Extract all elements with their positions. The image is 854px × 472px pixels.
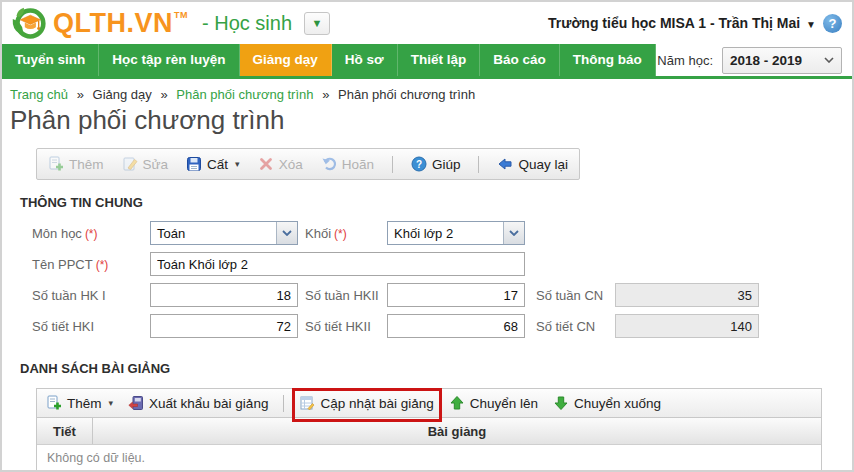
trademark-label: TM (174, 10, 188, 20)
tab-tuyen-sinh[interactable]: Tuyển sinh (2, 44, 99, 76)
chevron-down-icon (282, 230, 292, 236)
chevron-down-icon: ▼ (806, 19, 816, 30)
general-info-form: Môn học(*) Toán Khối(*) Khối lớp 2 Tên P… (2, 221, 852, 338)
delete-icon (258, 156, 274, 172)
lesson-table: Tiết Bài giảng Không có dữ liệu. (36, 418, 822, 471)
so-tuan-cn-input (615, 283, 759, 307)
save-icon (186, 156, 202, 172)
them-bai-giang-button[interactable]: Thêm ▾ (46, 395, 113, 411)
help-icon: ? (411, 156, 427, 172)
breadcrumb-trang-chu[interactable]: Trang chủ (10, 87, 68, 102)
school-year-select[interactable]: 2018 - 2019 (722, 47, 842, 74)
cap-nhat-bai-giang-button[interactable]: Cập nhật bài giảng (299, 395, 433, 411)
toolbar-separator (478, 156, 479, 173)
giup-button[interactable]: ? Giúp (411, 156, 461, 172)
undo-icon (321, 156, 337, 172)
add-icon (48, 156, 64, 172)
hoan-button[interactable]: Hoãn (321, 156, 374, 172)
tab-bao-cao[interactable]: Báo cáo (480, 44, 560, 76)
app-logo-text: QLTH.VNTM (53, 10, 188, 37)
required-mark: (*) (96, 258, 109, 272)
form-row: Tên PPCT(*) (32, 252, 852, 276)
breadcrumb-separator: » (77, 87, 84, 102)
chevron-down-icon: ▾ (235, 159, 240, 169)
breadcrumb-giang-day: Giảng dạy (93, 87, 152, 102)
so-tiet-hk2-label: Số tiết HKII (305, 319, 387, 334)
them-button[interactable]: Thêm (48, 156, 104, 172)
breadcrumb: Trang chủ » Giảng dạy » Phân phối chương… (10, 87, 852, 102)
xuat-khau-bai-giang-button[interactable]: Xuất khẩu bài giảng (128, 395, 268, 411)
xoa-button[interactable]: Xóa (258, 156, 303, 172)
required-mark: (*) (334, 227, 347, 241)
chevron-down-icon: ▼ (312, 18, 323, 29)
toolbar-separator (283, 395, 284, 412)
so-tuan-hk2-label: Số tuần HKII (305, 288, 387, 303)
so-tuan-hk2-input[interactable] (387, 283, 525, 307)
required-mark: (*) (85, 227, 98, 241)
svg-text:?: ? (416, 159, 422, 170)
tab-thiet-lap[interactable]: Thiết lập (398, 44, 481, 76)
chevron-down-icon (824, 57, 834, 63)
combo-dropdown-button[interactable] (503, 222, 524, 244)
cat-button[interactable]: Cất ▾ (186, 156, 240, 172)
module-label: - Học sinh (202, 12, 292, 35)
module-dropdown-button[interactable]: ▼ (304, 12, 330, 35)
lesson-toolbar: Thêm ▾ Xuất khẩu bài giảng Cập nhật bài … (36, 388, 822, 418)
tab-giang-day[interactable]: Giảng dạy (240, 44, 332, 76)
header-right: Trường tiểu học MISA 1 - Trần Thị Mai ▼ … (548, 14, 842, 33)
header: QLTH.VNTM - Học sinh ▼ Trường tiểu học M… (2, 2, 852, 44)
main-toolbar: Thêm Sửa Cất ▾ Xóa Hoãn ? Giúp Quay lại (36, 148, 580, 180)
breadcrumb-separator: » (322, 87, 329, 102)
toolbar-separator (392, 156, 393, 173)
user-school-menu[interactable]: Trường tiểu học MISA 1 - Trần Thị Mai ▼ (548, 15, 816, 31)
so-tiet-cn-label: Số tiết CN (536, 319, 615, 334)
breadcrumb-current: Phân phối chương trình (338, 87, 475, 102)
school-year-area: Năm học: 2018 - 2019 (657, 44, 852, 76)
chuyen-xuong-button[interactable]: Chuyển xuống (553, 395, 661, 411)
highlighted-button-wrapper: Cập nhật bài giảng (299, 395, 433, 411)
school-year-label: Năm học: (657, 53, 713, 68)
form-row: Môn học(*) Toán Khối(*) Khối lớp 2 (32, 221, 852, 245)
form-row: Số tiết HKI Số tiết HKII Số tiết CN (32, 314, 852, 338)
chevron-down-icon: ▾ (109, 398, 114, 408)
combo-dropdown-button[interactable] (276, 222, 297, 244)
mon-hoc-label: Môn học(*) (32, 226, 150, 241)
khoi-label: Khối(*) (305, 226, 387, 241)
back-icon (497, 156, 513, 172)
arrow-up-icon (449, 395, 465, 411)
sua-button[interactable]: Sửa (122, 156, 169, 172)
khoi-select[interactable]: Khối lớp 2 (387, 221, 525, 245)
tab-hoc-tap-ren-luyen[interactable]: Học tập rèn luyện (99, 44, 239, 76)
page-title: Phân phối chương trình (10, 105, 852, 136)
add-icon (46, 395, 62, 411)
header-left: QLTH.VNTM - Học sinh ▼ (10, 5, 330, 42)
app-window: QLTH.VNTM - Học sinh ▼ Trường tiểu học M… (0, 0, 854, 472)
quay-lai-button[interactable]: Quay lại (497, 156, 568, 172)
arrow-down-icon (553, 395, 569, 411)
so-tuan-hk1-input[interactable] (150, 283, 298, 307)
export-icon (128, 395, 144, 411)
so-tiet-hk1-label: Số tiết HKI (32, 319, 150, 334)
ten-ppct-input[interactable] (150, 252, 525, 276)
breadcrumb-separator: » (160, 87, 167, 102)
so-tuan-cn-label: Số tuần CN (536, 288, 615, 303)
tab-ho-so[interactable]: Hồ sơ (332, 44, 398, 76)
column-header-tiet: Tiết (37, 418, 93, 444)
tab-thong-bao[interactable]: Thông báo (560, 44, 656, 76)
qlth-logo-icon[interactable] (10, 5, 47, 42)
mon-hoc-select[interactable]: Toán (150, 221, 298, 245)
section-title-danh-sach-bai-giang: DANH SÁCH BÀI GIẢNG (20, 361, 852, 376)
nav-tabs: Tuyển sinh Học tập rèn luyện Giảng dạy H… (2, 44, 656, 76)
lesson-table-header: Tiết Bài giảng (37, 418, 821, 445)
so-tiet-cn-input (615, 314, 759, 338)
chevron-down-icon (509, 230, 519, 236)
column-header-bai-giang: Bài giảng (93, 418, 821, 444)
so-tiet-hk2-input[interactable] (387, 314, 525, 338)
so-tiet-hk1-input[interactable] (150, 314, 298, 338)
form-row: Số tuần HK I Số tuần HKII Số tuần CN (32, 283, 852, 307)
empty-state-text: Không có dữ liệu. (37, 445, 821, 470)
breadcrumb-phan-phoi[interactable]: Phân phối chương trình (176, 87, 313, 102)
help-icon[interactable]: ? (823, 14, 842, 33)
chuyen-len-button[interactable]: Chuyển lên (449, 395, 538, 411)
section-title-thong-tin-chung: THÔNG TIN CHUNG (20, 195, 852, 210)
